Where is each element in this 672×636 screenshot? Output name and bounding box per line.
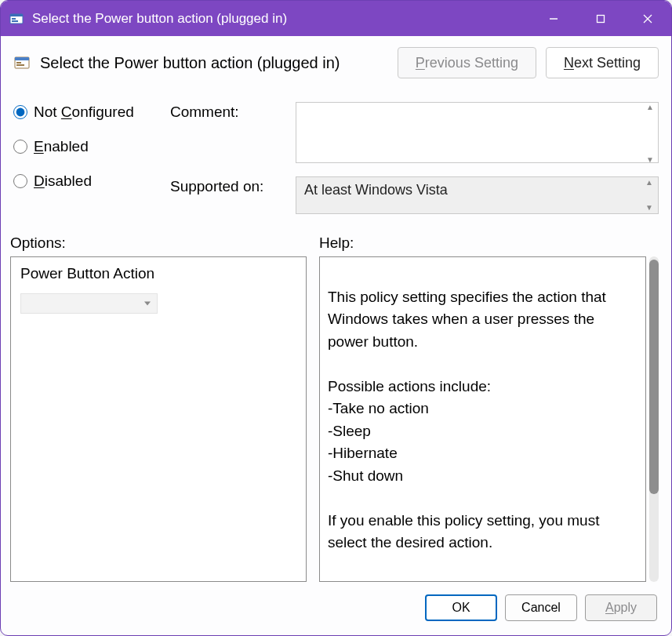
- options-header: Options:: [10, 234, 307, 252]
- help-scrollbar-thumb[interactable]: [649, 260, 659, 494]
- radio-enabled-input[interactable]: [13, 140, 27, 154]
- supported-scroll[interactable]: ▲▼: [645, 179, 656, 212]
- option-label: Power Button Action: [20, 265, 296, 282]
- comment-field[interactable]: [296, 102, 659, 163]
- comment-label: Comment:: [170, 102, 296, 121]
- close-button[interactable]: [624, 1, 671, 36]
- power-button-action-dropdown[interactable]: [20, 293, 158, 314]
- radio-disabled-input[interactable]: [13, 174, 27, 188]
- svg-rect-2: [12, 18, 16, 20]
- ok-button[interactable]: OK: [425, 594, 497, 621]
- dialog-footer: OK Cancel Apply: [1, 582, 671, 635]
- radio-enabled[interactable]: Enabled: [13, 138, 170, 155]
- comment-field-wrap: ▲▼: [296, 102, 659, 165]
- dialog-window: Select the Power button action (plugged …: [0, 0, 672, 636]
- svg-rect-10: [16, 62, 21, 64]
- titlebar: Select the Power button action (plugged …: [1, 1, 671, 36]
- next-setting-button[interactable]: Next Setting: [546, 47, 659, 78]
- supported-field: At least Windows Vista ▲▼: [296, 176, 659, 214]
- svg-rect-11: [16, 64, 24, 66]
- policy-icon: [13, 54, 31, 71]
- radio-disabled[interactable]: Disabled: [13, 173, 170, 190]
- radio-not-configured[interactable]: Not Configured: [13, 104, 170, 121]
- window-title: Select the Power button action (plugged …: [32, 11, 287, 27]
- maximize-button[interactable]: [577, 1, 624, 36]
- cancel-button[interactable]: Cancel: [505, 594, 577, 621]
- policy-title: Select the Power button action (plugged …: [40, 54, 388, 72]
- panel-headers: Options: Help:: [1, 217, 671, 256]
- header-row: Select the Power button action (plugged …: [1, 36, 671, 83]
- state-radio-group: Not Configured Enabled Disabled: [13, 102, 170, 190]
- help-panel: This policy setting specifies the action…: [319, 256, 646, 582]
- svg-rect-1: [10, 14, 23, 16]
- help-header: Help:: [319, 234, 659, 252]
- options-panel: Power Button Action: [10, 256, 307, 582]
- svg-rect-5: [598, 15, 605, 22]
- minimize-button[interactable]: [530, 1, 577, 36]
- apply-button[interactable]: Apply: [585, 594, 657, 621]
- svg-rect-9: [15, 57, 29, 60]
- help-scrollbar[interactable]: [649, 256, 659, 582]
- supported-label: Supported on:: [170, 176, 296, 195]
- panels-row: Power Button Action This policy setting …: [1, 256, 671, 582]
- supported-value: At least Windows Vista: [304, 182, 448, 198]
- comment-scroll[interactable]: ▲▼: [646, 104, 657, 164]
- help-text: This policy setting specifies the action…: [328, 289, 606, 551]
- help-wrap: This policy setting specifies the action…: [319, 256, 659, 582]
- previous-setting-button[interactable]: Previous Setting: [398, 47, 536, 78]
- svg-rect-3: [12, 20, 18, 22]
- radio-not-configured-input[interactable]: [13, 105, 27, 119]
- app-icon: [9, 11, 24, 27]
- settings-grid: Not Configured Enabled Disabled Comment:…: [1, 83, 671, 217]
